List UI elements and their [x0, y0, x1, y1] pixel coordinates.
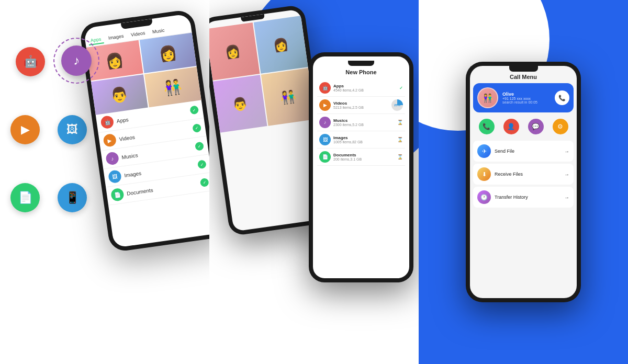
mid-back-photos: 👩 👩 👨 👫 [209, 16, 316, 133]
tab-music[interactable]: Music [150, 26, 167, 37]
receive-files-icon: ⬇ [477, 167, 491, 181]
left-menu-documents-label: Documents [126, 187, 153, 196]
video-float-icon: ▶ [10, 115, 40, 144]
photo-2: 👩 [140, 33, 197, 73]
phone-notch-mid [348, 61, 374, 66]
transfer-history-icon: 🕐 [477, 190, 491, 204]
send-file-icon: ✈ [477, 144, 491, 158]
transfer-documents-name: Documents [333, 153, 397, 157]
action-buttons-row: 📞 👤 💬 ⚙ [470, 117, 577, 136]
transfer-history-label: Transfer History [495, 195, 528, 200]
transfer-images-name: Images [333, 135, 397, 140]
music-dashed-circle: ♪ [53, 38, 99, 84]
message-action-btn[interactable]: 💬 [528, 119, 544, 134]
transfer-images-detail: 1005 items,82 GB [333, 140, 397, 144]
transfer-musics-icon: ♪ [319, 117, 331, 128]
transfer-musics-info: Musics 2300 items,5.2 GB [333, 118, 397, 127]
phone-screen-mid-front: New Phone 🤖 Apps 4540 items,4.2 GB ✓ ▶ V… [313, 56, 409, 278]
transfer-apps-check: ✓ [399, 86, 403, 90]
left-menu-images-icon: 🖼 [108, 169, 122, 184]
mid-back-photo-2: 👩 [254, 16, 308, 74]
transfer-images-hourglass: ⌛ [397, 137, 403, 142]
transfer-videos-progress: 25% [391, 99, 403, 111]
left-menu-videos-check: ✓ [192, 123, 201, 133]
left-menu-musics-check: ✓ [195, 142, 204, 151]
tab-images[interactable]: Images [106, 32, 126, 43]
left-menu-documents-icon: 📄 [110, 188, 125, 202]
left-menu-apps-icon: 🤖 [100, 115, 114, 129]
left-panel: 🤖 ♪ ▶ 🖼 📄 📱 Apps Images Videos Music 👩 👩 [0, 0, 209, 364]
contact-search-text: search result in 00:05 [502, 100, 555, 104]
call-menu-title: Call Menu [470, 74, 577, 80]
transfer-apps-detail: 4540 items,4.2 GB [333, 88, 399, 92]
android-float-icon: 🤖 [16, 47, 45, 76]
contact-card: 👫 Olive +91 125 xxx xxxx search result i… [473, 83, 574, 112]
left-menu-documents-check: ✓ [200, 178, 209, 187]
receive-files-item[interactable]: ⬇ Receive Files → [473, 164, 574, 185]
left-menu-musics-icon: ♪ [105, 151, 119, 165]
left-menu-apps-label: Apps [116, 117, 129, 124]
transfer-history-arrow: → [564, 195, 569, 200]
phone-mockup-right: Call Menu 👫 Olive +91 125 xxx xxxx searc… [466, 62, 581, 302]
right-panel: Call Menu 👫 Olive +91 125 xxx xxxx searc… [419, 0, 628, 364]
transfer-documents-info: Documents 200 items,3.1 GB [333, 153, 397, 161]
transfer-musics-name: Musics [333, 118, 397, 123]
transfer-videos-icon: ▶ [319, 99, 331, 111]
transfer-item-documents[interactable]: 📄 Documents 200 items,3.1 GB ⌛ [317, 149, 405, 166]
phone-mockup-mid-front: New Phone 🤖 Apps 4540 items,4.2 GB ✓ ▶ V… [309, 52, 413, 282]
contact-phone: +91 125 xxx xxxx [502, 97, 555, 100]
transfer-documents-icon: 📄 [319, 151, 331, 163]
call-button[interactable]: 📞 [555, 90, 569, 105]
left-menu-musics-label: Musics [121, 152, 138, 160]
call-action-btn[interactable]: 📞 [479, 119, 495, 134]
send-file-arrow: → [564, 149, 569, 154]
phone-float-icon: 📱 [58, 183, 87, 212]
contact-info: Olive +91 125 xxx xxxx search result in … [502, 92, 555, 104]
doc-float-icon: 📄 [10, 183, 40, 212]
person-silhouette-2: 👩 [140, 33, 197, 73]
music-float-icon: ♪ [61, 46, 92, 76]
mid-back-photo-4: 👫 [261, 68, 316, 126]
left-menu-images-label: Images [124, 170, 142, 178]
phone-notch-right [509, 66, 538, 72]
phone-mockup-left: Apps Images Videos Music 👩 👩 👨 👫 [78, 9, 209, 253]
transfer-history-item[interactable]: 🕐 Transfer History → [473, 187, 574, 208]
new-phone-title: New Phone [317, 69, 405, 75]
mid-back-photo-1: 👩 [209, 22, 260, 81]
send-file-label: Send File [495, 149, 514, 154]
transfer-apps-icon: 🤖 [319, 82, 331, 94]
transfer-videos-info: Videos 5213 items,2.5 GB [333, 101, 391, 109]
left-menu-videos-label: Videos [119, 134, 136, 142]
mid-back-photo-3: 👨 [213, 75, 267, 133]
phone-screen-right: Call Menu 👫 Olive +91 125 xxx xxxx searc… [470, 66, 577, 298]
send-file-item[interactable]: ✈ Send File → [473, 141, 574, 162]
left-menu-images-check: ✓ [197, 160, 207, 169]
transfer-musics-detail: 2300 items,5.2 GB [333, 123, 397, 127]
transfer-videos-name: Videos [333, 101, 391, 106]
settings-action-btn[interactable]: ⚙ [553, 119, 568, 134]
middle-panel: 👩 👩 👨 👫 New Phone 🤖 Apps 4540 items,4.2 … [209, 0, 419, 364]
contact-action-btn[interactable]: 👤 [503, 119, 519, 134]
transfer-musics-hourglass: ⌛ [397, 120, 403, 125]
tab-videos[interactable]: Videos [128, 29, 148, 40]
transfer-item-musics[interactable]: ♪ Musics 2300 items,5.2 GB ⌛ [317, 114, 405, 131]
transfer-documents-detail: 200 items,3.1 GB [333, 157, 397, 161]
contact-name: Olive [502, 92, 555, 97]
transfer-item-videos[interactable]: ▶ Videos 5213 items,2.5 GB 25% [317, 97, 405, 114]
transfer-item-apps[interactable]: 🤖 Apps 4540 items,4.2 GB ✓ [317, 79, 405, 97]
transfer-item-images[interactable]: 🖼 Images 1005 items,82 GB ⌛ [317, 131, 405, 149]
contact-avatar: 👫 [477, 87, 498, 108]
image-float-icon: 🖼 [58, 115, 87, 144]
transfer-videos-detail: 5213 items,2.5 GB [333, 106, 391, 109]
receive-files-arrow: → [564, 172, 569, 177]
left-menu-videos-icon: ▶ [103, 133, 117, 147]
transfer-apps-info: Apps 4540 items,4.2 GB [333, 84, 399, 92]
receive-files-label: Receive Files [495, 172, 523, 177]
transfer-apps-name: Apps [333, 84, 399, 88]
transfer-documents-hourglass: ⌛ [397, 154, 403, 160]
phone-screen-left: Apps Images Videos Music 👩 👩 👨 👫 [83, 14, 209, 248]
transfer-images-icon: 🖼 [319, 134, 331, 145]
left-menu-apps-check: ✓ [189, 105, 199, 115]
transfer-images-info: Images 1005 items,82 GB [333, 135, 397, 144]
